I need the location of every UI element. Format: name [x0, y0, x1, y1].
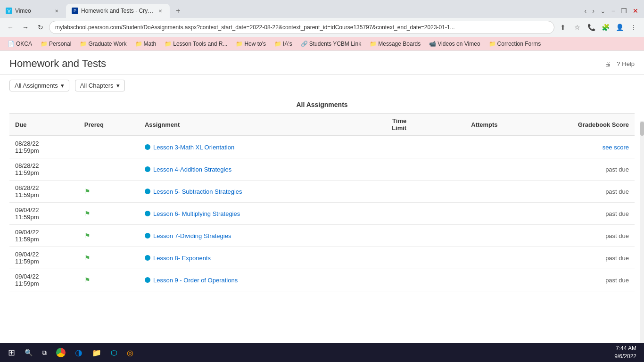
chapter-filter-chevron-icon: ▾ [116, 82, 120, 89]
taskbar-app1[interactable]: ⬡ [107, 345, 121, 360]
tab-vimeo-close-icon[interactable]: ✕ [53, 7, 60, 15]
table-row: 08/28/2211:59pmLesson 4-Addition Strateg… [9, 158, 635, 181]
share-icon[interactable]: ⬆ [556, 21, 570, 34]
assignment-dot-icon [145, 233, 150, 239]
assignment-link-6[interactable]: Lesson 9 - Order of Operations [145, 277, 347, 284]
tab-homework[interactable]: P Homework and Tests - Crystal Jo... ✕ [66, 4, 170, 18]
address-input[interactable] [49, 21, 554, 34]
reload-button[interactable]: ↻ [34, 21, 47, 34]
assignment-link-5[interactable]: Lesson 8- Exponents [145, 255, 347, 262]
bookmark-label-6: IA's [283, 41, 292, 47]
forward-button[interactable]: → [19, 21, 32, 34]
bookmark-7[interactable]: 🔗Students YCBM Link [297, 40, 365, 48]
table-row: 09/04/2211:59pm⚑Lesson 8- Exponentspast … [9, 247, 635, 269]
taskbar-folder[interactable]: 📁 [88, 345, 105, 360]
row-2-score: past due [512, 181, 635, 203]
row-3-score: past due [512, 203, 635, 225]
row-0-prereq [79, 136, 139, 158]
bookmark-2[interactable]: 📁Graduate Work [76, 40, 130, 48]
header-actions: 🖨 ? Help [605, 60, 635, 67]
row-4-time-limit [353, 225, 421, 247]
col-due: Due [9, 114, 79, 136]
bookmark-8[interactable]: 📁Message Boards [366, 40, 424, 48]
scrollbar-track[interactable] [640, 121, 644, 343]
row-3-prereq: ⚑ [79, 203, 139, 225]
chapter-filter[interactable]: All Chapters ▾ [75, 80, 125, 91]
table-header: Due Prereq Assignment TimeLimit Attempts… [9, 114, 635, 136]
bookmark-0[interactable]: 📄OKCA [4, 40, 36, 48]
assignment-dot-icon [145, 166, 150, 172]
assignment-dot-icon [145, 255, 150, 261]
bookmark-3[interactable]: 📁Math [132, 40, 160, 48]
col-time-limit: TimeLimit [353, 114, 421, 136]
tab-vimeo[interactable]: V Vimeo ✕ [0, 4, 66, 18]
row-3-time-limit [353, 203, 421, 225]
bookmark-label-0: OKCA [16, 41, 32, 47]
bookmark-star-icon[interactable]: ☆ [570, 21, 584, 34]
assignment-filter[interactable]: All Assignments ▾ [9, 80, 69, 91]
help-label: Help [622, 60, 635, 67]
row-1-due: 08/28/2211:59pm [9, 158, 79, 181]
bookmark-5[interactable]: 📁How to's [232, 40, 270, 48]
row-5-prereq: ⚑ [79, 247, 139, 269]
tab-overflow-right[interactable]: › [590, 6, 596, 16]
restore-button[interactable]: ❐ [619, 6, 629, 16]
close-window-button[interactable]: ✕ [631, 6, 640, 16]
row-0-due: 08/28/2211:59pm [9, 136, 79, 158]
bookmark-10[interactable]: 📁Correction Forms [485, 40, 545, 48]
tab-overflow-left[interactable]: ‹ [582, 6, 588, 16]
row-6-time-limit [353, 269, 421, 291]
bookmark-4[interactable]: 📁Lesson Tools and R... [161, 40, 231, 48]
row-6-due: 09/04/2211:59pm [9, 269, 79, 291]
tab-bar: V Vimeo ✕ P Homework and Tests - Crystal… [0, 0, 644, 18]
bookmark-9[interactable]: 📹Videos on Vimeo [425, 40, 484, 48]
print-icon: 🖨 [605, 60, 611, 67]
row-4-attempts [421, 225, 512, 247]
profile-icon[interactable]: 👤 [613, 21, 626, 34]
extension-puzzle-icon[interactable]: 🧩 [599, 21, 612, 34]
taskbar-search[interactable]: 🔍 [21, 345, 36, 360]
bookmark-6[interactable]: 📁IA's [271, 40, 296, 48]
taskbar-chrome[interactable] [52, 345, 69, 360]
taskbar-app2[interactable]: ◎ [123, 345, 137, 360]
scrollbar-thumb[interactable] [640, 122, 644, 136]
col-attempts: Attempts [421, 114, 512, 136]
assignments-table: Due Prereq Assignment TimeLimit Attempts… [9, 114, 635, 291]
prereq-flag-icon: ⚑ [84, 254, 91, 262]
minimize-button[interactable]: − [610, 6, 617, 16]
new-tab-button[interactable]: + [172, 4, 185, 17]
phone-icon[interactable]: 📞 [585, 21, 598, 34]
taskbar-task-view[interactable]: ⧉ [38, 345, 50, 360]
bookmark-label-4: Lesson Tools and R... [173, 41, 227, 47]
row-4-assignment: Lesson 7-Dividing Strategies [139, 225, 353, 247]
address-action-icons: ⬆ ☆ 📞 🧩 👤 ⋮ [556, 21, 640, 34]
print-button[interactable]: 🖨 [605, 60, 611, 67]
assignment-dot-icon [145, 144, 150, 150]
bookmark-1[interactable]: 📁Personal [37, 40, 75, 48]
tab-vimeo-title: Vimeo [15, 8, 50, 14]
assignment-link-3[interactable]: Lesson 6- Multiplying Strategies [145, 210, 347, 217]
assignment-link-4[interactable]: Lesson 7-Dividing Strategies [145, 232, 347, 239]
back-button[interactable]: ← [4, 21, 17, 34]
row-5-assignment: Lesson 8- Exponents [139, 247, 353, 269]
assignment-link-2[interactable]: Lesson 5- Subtraction Strategies [145, 188, 347, 195]
prereq-flag-icon: ⚑ [84, 276, 91, 284]
taskbar-edge[interactable]: ◑ [71, 345, 86, 360]
assignment-name-1: Lesson 4-Addition Strategies [153, 166, 231, 173]
table-row: 09/04/2211:59pm⚑Lesson 9 - Order of Oper… [9, 269, 635, 291]
row-2-time-limit [353, 181, 421, 203]
row-0-time-limit [353, 136, 421, 158]
assignment-link-0[interactable]: Lesson 3-Math XL Orientation [145, 144, 347, 151]
task-view-icon: ⧉ [42, 349, 47, 357]
more-menu-icon[interactable]: ⋮ [627, 21, 640, 34]
prereq-flag-icon: ⚑ [84, 232, 91, 239]
row-0-score[interactable]: see score [512, 136, 635, 158]
help-button[interactable]: ? Help [617, 60, 635, 67]
assignment-name-6: Lesson 9 - Order of Operations [153, 277, 238, 284]
row-6-attempts [421, 269, 512, 291]
start-button[interactable]: ⊞ [4, 345, 19, 360]
filters-bar: All Assignments ▾ All Chapters ▾ [0, 75, 644, 96]
tab-overflow-menu[interactable]: ⌄ [598, 6, 608, 16]
assignment-link-1[interactable]: Lesson 4-Addition Strategies [145, 166, 347, 173]
tab-homework-close-icon[interactable]: ✕ [157, 7, 164, 15]
